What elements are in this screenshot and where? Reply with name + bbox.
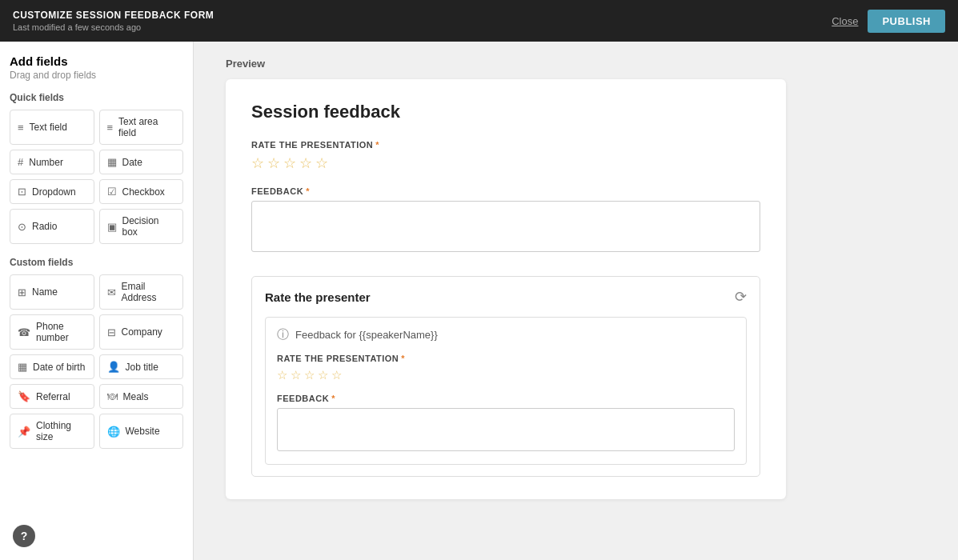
sidebar: Add fields Drag and drop fields Quick fi… bbox=[0, 42, 194, 560]
close-button[interactable]: Close bbox=[832, 15, 858, 27]
field-item-number[interactable]: #Number bbox=[10, 150, 94, 174]
field-item-text-field[interactable]: ≡Text field bbox=[10, 110, 94, 145]
inner-card-title: Feedback for {{speakerName}} bbox=[295, 329, 438, 341]
custom-fields-label: Custom fields bbox=[10, 257, 183, 268]
radio-icon: ⊙ bbox=[18, 221, 26, 233]
field-item-company[interactable]: ⊟Company bbox=[99, 314, 184, 350]
text-area-field-icon: ≡ bbox=[107, 122, 114, 134]
field-item-job-title[interactable]: 👤Job title bbox=[99, 354, 184, 379]
clothing-size-icon: 📌 bbox=[18, 426, 30, 438]
rate-required-star: * bbox=[375, 140, 379, 150]
date-of-birth-label: Date of birth bbox=[33, 362, 85, 373]
inner-star-4[interactable]: ☆ bbox=[318, 368, 328, 382]
preview-label: Preview bbox=[226, 58, 926, 70]
inner-rating-stars[interactable]: ☆ ☆ ☆ ☆ ☆ bbox=[277, 368, 735, 382]
inner-rate-required: * bbox=[401, 354, 405, 363]
info-icon: ⓘ bbox=[277, 327, 289, 342]
checkbox-icon: ☑ bbox=[107, 186, 117, 198]
star-5[interactable]: ☆ bbox=[315, 154, 328, 172]
radio-label: Radio bbox=[32, 221, 57, 232]
field-item-checkbox[interactable]: ☑Checkbox bbox=[99, 179, 184, 204]
feedback-label: FEEDBACK * bbox=[251, 186, 760, 196]
inner-star-1[interactable]: ☆ bbox=[277, 368, 287, 382]
field-item-date[interactable]: ▦Date bbox=[99, 150, 184, 174]
inner-card-header: ⓘ Feedback for {{speakerName}} bbox=[277, 327, 735, 342]
main-content: Preview Session feedback RATE THE PRESEN… bbox=[194, 42, 958, 560]
repeater-section: Rate the presenter ⟳ ⓘ Feedback for {{sp… bbox=[251, 276, 760, 477]
feedback-required-star: * bbox=[306, 186, 310, 196]
number-icon: # bbox=[18, 156, 23, 168]
rate-presentation-label: RATE THE PRESENTATION * bbox=[251, 140, 760, 150]
layout: Add fields Drag and drop fields Quick fi… bbox=[0, 42, 958, 560]
repeater-header: Rate the presenter ⟳ bbox=[265, 288, 747, 306]
quick-fields-label: Quick fields bbox=[10, 92, 183, 103]
inner-feedback-label: FEEDBACK * bbox=[277, 394, 735, 403]
email-address-icon: ✉ bbox=[107, 286, 116, 298]
job-title-label: Job title bbox=[126, 362, 158, 373]
form-preview-card: Session feedback RATE THE PRESENTATION *… bbox=[226, 79, 786, 499]
field-item-dropdown[interactable]: ⊡Dropdown bbox=[10, 179, 94, 204]
field-item-decision-box[interactable]: ▣Decision box bbox=[99, 209, 184, 244]
field-item-radio[interactable]: ⊙Radio bbox=[10, 209, 94, 244]
inner-feedback-required: * bbox=[331, 394, 335, 403]
job-title-icon: 👤 bbox=[107, 361, 120, 373]
inner-rate-label: RATE THE PRESENTATION * bbox=[277, 354, 735, 363]
topbar-subtitle: Last modified a few seconds ago bbox=[13, 22, 214, 32]
field-item-referral[interactable]: 🔖Referral bbox=[10, 384, 94, 409]
help-button[interactable]: ? bbox=[13, 525, 35, 547]
field-item-website[interactable]: 🌐Website bbox=[99, 414, 184, 449]
topbar-title: CUSTOMIZE SESSION FEEDBACK FORM bbox=[13, 10, 214, 21]
meals-icon: 🍽 bbox=[107, 390, 118, 402]
field-item-phone-number[interactable]: ☎Phone number bbox=[10, 314, 94, 350]
add-fields-title: Add fields bbox=[10, 54, 183, 68]
feedback-textarea[interactable] bbox=[251, 201, 760, 252]
field-item-email-address[interactable]: ✉Email Address bbox=[99, 274, 184, 310]
rating-stars[interactable]: ☆ ☆ ☆ ☆ ☆ bbox=[251, 154, 760, 172]
field-item-text-area-field[interactable]: ≡Text area field bbox=[99, 110, 184, 145]
field-item-clothing-size[interactable]: 📌Clothing size bbox=[10, 414, 94, 449]
inner-card: ⓘ Feedback for {{speakerName}} RATE THE … bbox=[265, 317, 747, 465]
star-4[interactable]: ☆ bbox=[299, 154, 312, 172]
star-2[interactable]: ☆ bbox=[267, 154, 280, 172]
inner-star-5[interactable]: ☆ bbox=[331, 368, 342, 382]
repeater-title: Rate the presenter bbox=[265, 290, 371, 304]
checkbox-label: Checkbox bbox=[122, 186, 165, 198]
meals-label: Meals bbox=[123, 391, 149, 402]
text-field-icon: ≡ bbox=[18, 122, 24, 134]
field-item-meals[interactable]: 🍽Meals bbox=[99, 384, 184, 409]
star-3[interactable]: ☆ bbox=[283, 154, 296, 172]
custom-fields-grid: ⊞Name✉Email Address☎Phone number⊟Company… bbox=[10, 274, 183, 449]
topbar-actions: Close PUBLISH bbox=[832, 10, 945, 33]
field-item-name[interactable]: ⊞Name bbox=[10, 274, 94, 310]
date-label: Date bbox=[122, 157, 142, 168]
text-field-label: Text field bbox=[30, 122, 67, 133]
referral-icon: 🔖 bbox=[18, 390, 30, 402]
date-of-birth-icon: ▦ bbox=[18, 361, 27, 373]
inner-star-3[interactable]: ☆ bbox=[304, 368, 315, 382]
name-label: Name bbox=[32, 286, 58, 298]
topbar: CUSTOMIZE SESSION FEEDBACK FORM Last mod… bbox=[0, 0, 958, 42]
inner-star-2[interactable]: ☆ bbox=[291, 368, 301, 382]
dropdown-label: Dropdown bbox=[32, 186, 76, 198]
website-icon: 🌐 bbox=[107, 426, 120, 438]
email-address-label: Email Address bbox=[122, 281, 176, 303]
add-fields-subtitle: Drag and drop fields bbox=[10, 70, 183, 81]
dropdown-icon: ⊡ bbox=[18, 186, 26, 198]
company-label: Company bbox=[122, 326, 162, 338]
website-label: Website bbox=[126, 426, 160, 437]
decision-box-icon: ▣ bbox=[107, 221, 117, 233]
publish-button[interactable]: PUBLISH bbox=[868, 10, 945, 33]
field-item-date-of-birth[interactable]: ▦Date of birth bbox=[10, 354, 94, 379]
star-1[interactable]: ☆ bbox=[251, 154, 264, 172]
company-icon: ⊟ bbox=[107, 326, 116, 338]
inner-feedback-textarea[interactable] bbox=[277, 408, 735, 451]
repeater-repeat-icon[interactable]: ⟳ bbox=[735, 288, 747, 306]
text-area-field-label: Text area field bbox=[118, 116, 175, 138]
decision-box-label: Decision box bbox=[122, 215, 176, 238]
name-icon: ⊞ bbox=[18, 286, 26, 298]
clothing-size-label: Clothing size bbox=[36, 420, 86, 442]
referral-label: Referral bbox=[36, 391, 70, 402]
number-label: Number bbox=[29, 157, 63, 168]
topbar-info: CUSTOMIZE SESSION FEEDBACK FORM Last mod… bbox=[13, 10, 214, 32]
phone-number-label: Phone number bbox=[36, 321, 86, 343]
